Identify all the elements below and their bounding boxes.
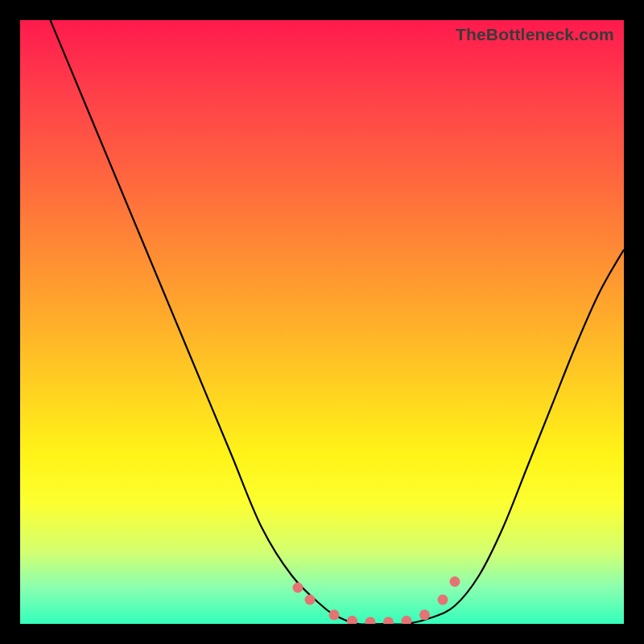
valley-dot (329, 609, 340, 620)
curve-line (51, 20, 625, 624)
chart-svg (20, 20, 624, 624)
valley-dot (305, 595, 316, 605)
valley-dot (293, 583, 303, 593)
valley-dot (383, 617, 394, 624)
valley-dot (438, 595, 448, 605)
valley-dot (347, 616, 357, 624)
valley-dot (402, 616, 412, 624)
chart-plot-area: TheBottleneck.com (20, 20, 624, 624)
valley-dot (419, 609, 430, 620)
valley-dot (450, 576, 460, 587)
valley-dot (365, 617, 376, 624)
